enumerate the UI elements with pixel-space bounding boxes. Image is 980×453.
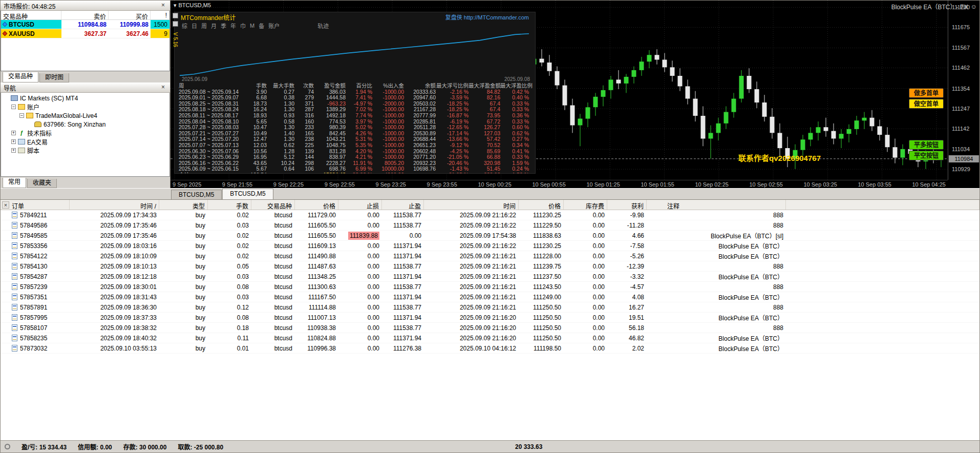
stats-menu-item[interactable]: 账户 (268, 22, 280, 30)
chart-area[interactable]: ▾ BTCUSD,M5 BlockPulse EA（BTC）- EX ☺ V 5… (171, 1, 979, 188)
order-row[interactable]: 57849211 2025.09.09 17:34:33 buy 0.02 bt… (1, 210, 979, 220)
order-row[interactable]: 57857891 2025.09.09 18:36:30 buy 0.12 bt… (1, 302, 979, 313)
column-lots[interactable]: 手数 (208, 200, 251, 210)
column-take-profit[interactable]: 止盈 (382, 200, 424, 210)
lots-cell: 0.08 (208, 283, 251, 291)
stats-menu-item[interactable]: 周 (201, 22, 207, 30)
column-symbol[interactable]: 交易品种 (1, 11, 61, 19)
stats-menu-item[interactable]: 备 (259, 22, 264, 30)
open-time-cell: 2025.09.09 17:34:33 (70, 212, 159, 219)
tree-item[interactable]: TradeMaxGlobal-Live4 (1, 111, 169, 120)
close-icon[interactable]: × (159, 84, 167, 91)
order-row[interactable]: 57858235 2025.09.09 18:40:32 buy 0.11 bt… (1, 333, 979, 343)
market-watch-header[interactable]: 交易品种 卖价 买价 ! (1, 11, 169, 20)
column-type[interactable]: 类型 (159, 200, 208, 210)
chevron-down-icon[interactable]: ▾ (174, 2, 177, 9)
tree-item[interactable]: 637966: Song Xinzhan (1, 120, 169, 129)
tree-item[interactable]: 技术指标 (1, 129, 169, 137)
take-profit-cell: 111276.38 (382, 345, 424, 352)
stats-link[interactable]: 复盘侠 http://MTCommander.com (445, 13, 529, 21)
chart-tab[interactable]: BTCUSD,M5 (171, 190, 222, 199)
column-close-price[interactable]: 价格 (519, 200, 564, 210)
column-comment[interactable]: 注释 (647, 200, 786, 210)
order-document-icon (12, 283, 17, 290)
column-ask[interactable]: 买价 (109, 11, 151, 19)
close-long-button[interactable]: 平多按钮 (909, 140, 944, 150)
tree-item-icon (18, 130, 25, 136)
stats-menu-item[interactable]: M (250, 23, 254, 29)
order-row[interactable]: 57849585 2025.09.09 17:35:46 buy 0.02 bt… (1, 231, 979, 241)
buy-first-button[interactable]: 做多首单 (909, 88, 944, 98)
tree-item[interactable]: 脚本 (1, 146, 169, 155)
time-axis[interactable]: 9 Sep 2025 9 Sep 21:55 9 Sep 22:25 9 Sep… (171, 180, 948, 188)
ea-smiley-icon[interactable]: ☺ (971, 3, 977, 10)
type-cell: buy (159, 335, 208, 342)
stats-menu-item[interactable]: 综 (182, 22, 187, 30)
expand-icon[interactable] (11, 131, 16, 135)
order-row[interactable]: 57873032 2025.09.10 03:55:13 buy 0.01 bt… (1, 343, 979, 354)
close-short-button[interactable]: 平空按钮 (909, 151, 944, 160)
stats-row: 合计 186.54 15334.43 82.32 % 4999.20 -21.0… (179, 172, 531, 173)
expand-icon[interactable] (11, 148, 16, 153)
panel-minimize-button[interactable] (173, 13, 178, 18)
stats-menu-item[interactable]: 年 (230, 22, 236, 30)
order-document-icon (12, 212, 17, 218)
type-cell: buy (159, 294, 208, 301)
order-row[interactable]: 57853356 2025.09.09 18:03:16 buy 0.02 bt… (1, 241, 979, 251)
column-close-time[interactable]: 时间 (424, 200, 519, 210)
column-open-price[interactable]: 价格 (295, 200, 338, 210)
order-row[interactable]: 57858107 2025.09.09 18:38:32 buy 0.18 bt… (1, 323, 979, 333)
close-price-cell: 111250.50 (519, 314, 564, 321)
column-exclaim[interactable]: ! (151, 11, 169, 19)
time-label: 10 Sep 03:25 (803, 181, 837, 188)
column-swap[interactable]: 库存费 (564, 200, 607, 210)
column-bid[interactable]: 卖价 (61, 11, 109, 19)
tree-item[interactable]: IC Markets (SC) MT4 (1, 94, 169, 102)
lots-cell: 0.02 (208, 253, 251, 260)
column-profit[interactable]: 获利 (607, 200, 647, 210)
column-symbol[interactable]: 交易品种 (251, 200, 295, 210)
market-watch-row[interactable]: XAUUSD 3627.37 3627.46 9 (1, 29, 169, 38)
type-cell: buy (159, 222, 208, 229)
sell-first-button[interactable]: 做空首单 (909, 99, 944, 109)
panel-toggle-button[interactable] (173, 21, 178, 27)
order-row[interactable]: 57857351 2025.09.09 18:31:43 buy 0.03 bt… (1, 292, 979, 302)
stats-menu-item[interactable]: 月 (211, 22, 217, 30)
time-label: 9 Sep 22:55 (325, 181, 355, 188)
stats-menu-item[interactable]: 巾 (240, 22, 246, 30)
order-row[interactable]: 57854130 2025.09.09 18:10:13 buy 0.05 bt… (1, 261, 979, 272)
order-row[interactable]: 57849586 2025.09.09 17:35:46 buy 0.03 bt… (1, 220, 979, 231)
expand-icon[interactable] (19, 113, 24, 118)
stats-menu-item[interactable]: 季 (221, 22, 226, 30)
navigator-tab[interactable]: 收藏夹 (27, 179, 57, 188)
close-price-cell: 111230.25 (519, 212, 564, 219)
spread-cell: 9 (151, 29, 169, 38)
column-open-time[interactable]: 时间 / (70, 200, 159, 210)
close-icon[interactable]: × (159, 2, 167, 9)
expand-icon[interactable] (11, 105, 16, 109)
order-row[interactable]: 57857239 2025.09.09 18:30:01 buy 0.08 bt… (1, 282, 979, 292)
close-price-cell: 111243.50 (519, 283, 564, 291)
stats-menu-trajectory[interactable]: 轨迹 (317, 22, 329, 30)
column-order[interactable]: 订单 (1, 200, 70, 210)
navigator-tab[interactable]: 常用 (3, 178, 26, 188)
order-row[interactable]: 57854287 2025.09.09 18:12:18 buy 0.03 bt… (1, 272, 979, 282)
column-stop-loss[interactable]: 止损 (338, 200, 382, 210)
status-bar: 盈/亏: 15 334.43 信用额: 0.00 存款: 30 000.00 取… (1, 440, 979, 452)
market-watch-tab[interactable]: 即时图 (39, 73, 69, 83)
tree-item[interactable]: 账户 (1, 102, 169, 111)
stop-loss-cell: 0.00 (338, 222, 382, 229)
market-watch-tab[interactable]: 交易品种 (3, 72, 38, 83)
expand-icon[interactable] (11, 139, 16, 144)
close-price-cell: 111239.75 (519, 263, 564, 270)
order-row[interactable]: 57854122 2025.09.09 18:10:09 buy 0.02 bt… (1, 251, 979, 261)
close-icon[interactable]: × (2, 201, 9, 209)
time-label: 9 Sep 23:55 (427, 181, 457, 188)
chart-tab[interactable]: BTCUSD,M5 (222, 189, 273, 199)
tree-item[interactable]: EA交易 (1, 137, 169, 146)
stats-menu-item[interactable]: 日 (191, 22, 197, 30)
navigator-title: 导航 (4, 84, 16, 92)
price-scale[interactable]: 110984 111780111675111567111462111354111… (948, 1, 979, 180)
order-row[interactable]: 57857995 2025.09.09 18:37:33 buy 0.08 bt… (1, 313, 979, 323)
market-watch-row[interactable]: BTCUSD 110984.88 110999.88 1500 (1, 20, 169, 29)
